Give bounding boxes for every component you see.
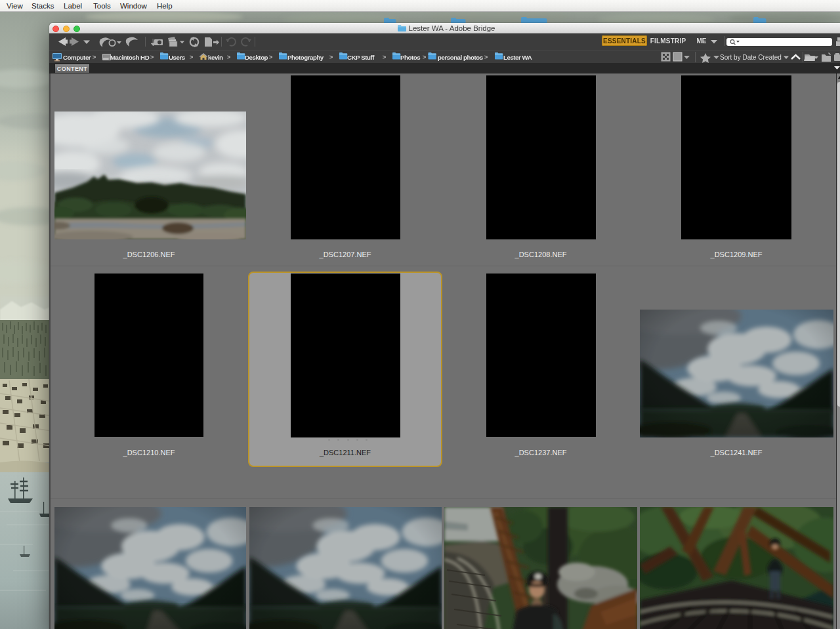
svg-text:ME: ME xyxy=(697,37,707,45)
svg-text:Sort by Date Created: Sort by Date Created xyxy=(720,54,782,61)
svg-text:FILMSTRIP: FILMSTRIP xyxy=(650,37,686,45)
svg-text:ESSENTIALS: ESSENTIALS xyxy=(603,37,646,45)
